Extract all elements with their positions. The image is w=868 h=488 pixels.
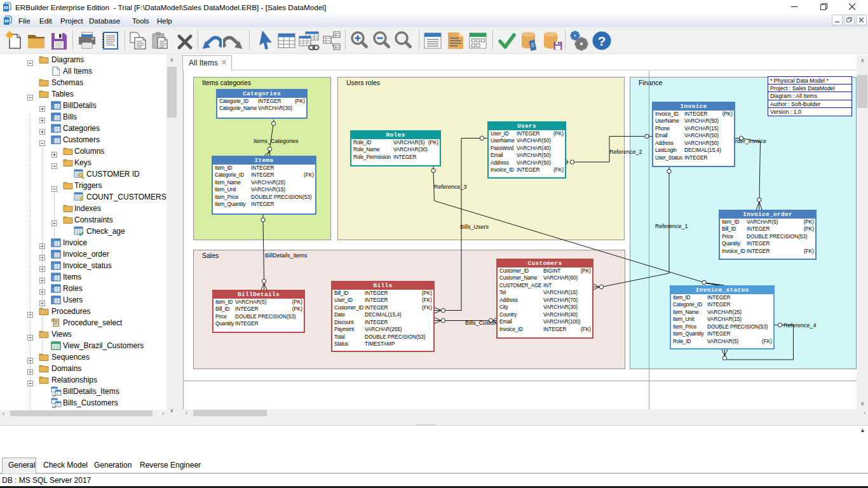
svg-text:?: ? <box>598 34 606 48</box>
